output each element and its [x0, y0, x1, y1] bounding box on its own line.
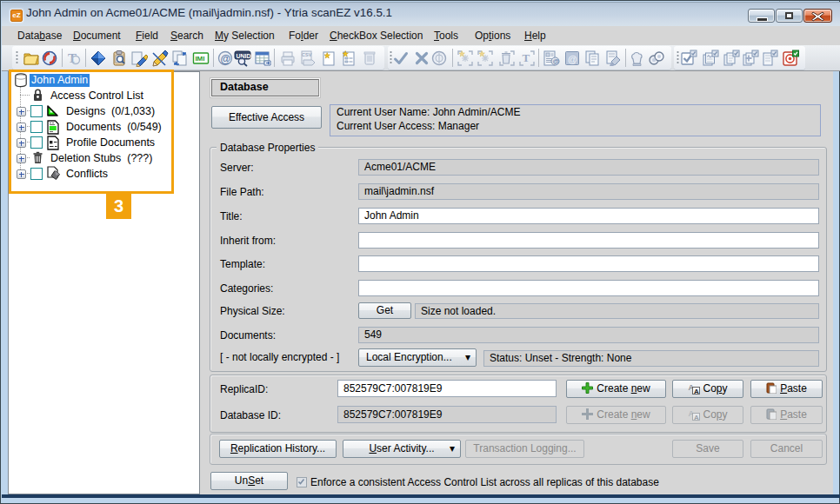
- svg-text:T: T: [523, 51, 530, 64]
- svg-text:IMI: IMI: [195, 55, 204, 63]
- svg-text:@: @: [568, 54, 577, 64]
- svg-text:UNID: UNID: [237, 53, 251, 59]
- svg-text:@: @: [553, 57, 560, 65]
- svg-text:A: A: [694, 414, 699, 421]
- svg-text:CSV: CSV: [302, 52, 312, 57]
- svg-text:A: A: [694, 388, 699, 395]
- svg-text:@: @: [221, 53, 231, 65]
